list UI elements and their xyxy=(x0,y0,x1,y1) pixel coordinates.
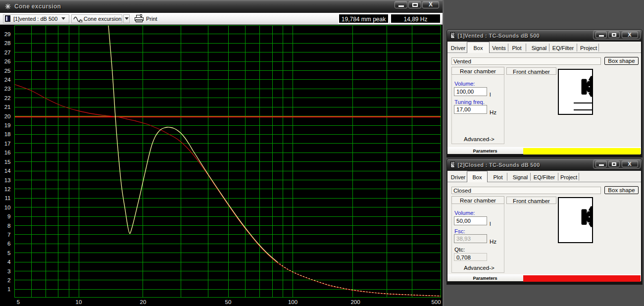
svg-text:4: 4 xyxy=(7,259,11,265)
svg-text:50: 50 xyxy=(225,299,232,305)
svg-text:10: 10 xyxy=(4,204,11,210)
svg-text:21: 21 xyxy=(4,104,11,110)
svg-text:27: 27 xyxy=(4,50,11,55)
svg-text:10: 10 xyxy=(76,299,82,305)
svg-text:20: 20 xyxy=(4,113,11,119)
svg-text:8: 8 xyxy=(7,223,10,229)
svg-text:7: 7 xyxy=(7,232,10,238)
svg-text:19: 19 xyxy=(4,122,11,128)
svg-text:2: 2 xyxy=(7,277,10,283)
svg-text:12: 12 xyxy=(4,186,11,192)
svg-text:1: 1 xyxy=(7,286,10,292)
svg-text:17: 17 xyxy=(4,141,11,147)
svg-text:20: 20 xyxy=(140,299,147,305)
svg-text:5: 5 xyxy=(7,250,10,256)
svg-text:18: 18 xyxy=(4,131,11,137)
svg-text:9: 9 xyxy=(7,213,10,219)
svg-text:28: 28 xyxy=(4,40,11,46)
svg-text:11: 11 xyxy=(5,195,11,201)
svg-text:25: 25 xyxy=(4,68,11,74)
svg-text:3: 3 xyxy=(7,268,10,274)
svg-text:24: 24 xyxy=(4,77,11,83)
svg-text:14: 14 xyxy=(4,168,11,174)
svg-text:6: 6 xyxy=(7,241,10,247)
svg-text:500: 500 xyxy=(431,299,441,305)
svg-text:29: 29 xyxy=(4,31,11,37)
svg-text:15: 15 xyxy=(4,159,11,165)
svg-text:22: 22 xyxy=(4,95,11,101)
svg-text:100: 100 xyxy=(288,299,297,305)
svg-text:23: 23 xyxy=(4,86,11,92)
svg-text:200: 200 xyxy=(350,299,360,305)
svg-text:26: 26 xyxy=(4,58,11,64)
svg-text:5: 5 xyxy=(17,299,20,305)
svg-text:16: 16 xyxy=(4,150,11,155)
svg-text:13: 13 xyxy=(4,177,11,183)
